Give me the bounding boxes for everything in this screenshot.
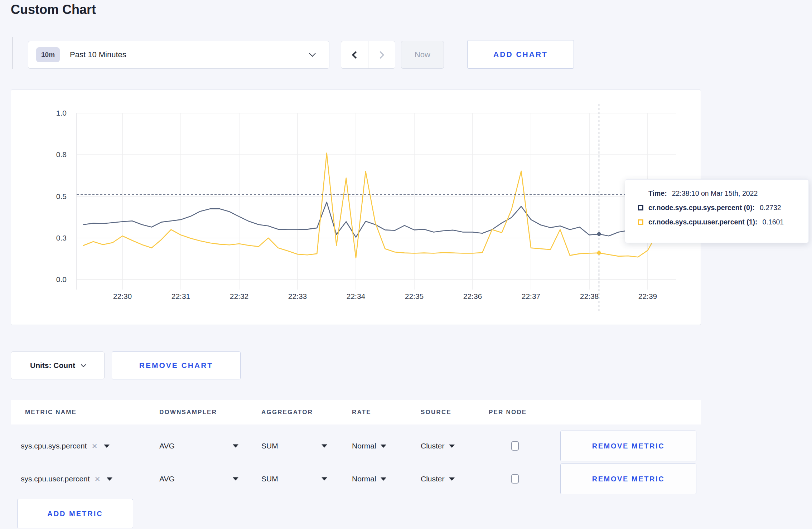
dropdown-arrow-icon: [381, 477, 386, 481]
metric-name-select[interactable]: sys.cpu.sys.percent ×: [21, 441, 110, 451]
custom-chart-page: Custom Chart 10m Past 10 Minutes Now ADD…: [0, 0, 812, 529]
series-line-1: [83, 153, 667, 258]
tooltip-time-row: Time: 22:38:10 on Mar 15th, 2022: [638, 189, 801, 198]
chart-panel: 1.00.80.50.30.022:3022:3122:3222:3322:34…: [11, 89, 701, 325]
now-button[interactable]: Now: [401, 41, 444, 69]
y-axis-tick-label: 0.5: [56, 192, 67, 200]
tooltip-time-value: 22:38:10 on Mar 15th, 2022: [672, 189, 758, 198]
downsampler-arrow[interactable]: [233, 477, 238, 481]
x-axis-tick-label: 22:35: [405, 292, 424, 300]
units-dropdown[interactable]: Units: Count: [11, 351, 105, 379]
hover-point-0: [597, 232, 601, 236]
column-header-aggregator: AGGREGATOR: [261, 409, 313, 416]
add-chart-button[interactable]: ADD CHART: [467, 40, 574, 69]
metric-name-select[interactable]: sys.cpu.user.percent ×: [21, 474, 112, 484]
metric-row: sys.cpu.sys.percent × AVG SUM Normal Clu…: [11, 429, 701, 462]
hover-point-1: [597, 251, 601, 255]
aggregator-select[interactable]: SUM: [261, 442, 278, 450]
user-series-swatch-icon: [638, 219, 643, 225]
column-header-downsampler: DOWNSAMPLER: [159, 409, 217, 416]
rate-select[interactable]: Normal: [352, 442, 386, 450]
downsampler-select[interactable]: AVG: [159, 442, 175, 450]
series-line-0: [83, 202, 667, 237]
source-select[interactable]: Cluster: [421, 475, 455, 483]
dropdown-arrow-icon[interactable]: [104, 445, 110, 448]
rate-select[interactable]: Normal: [352, 475, 386, 483]
dropdown-arrow-icon[interactable]: [107, 477, 112, 481]
tooltip-series-value: 0.1601: [763, 218, 784, 226]
time-range-label: Past 10 Minutes: [70, 50, 126, 59]
x-axis-tick-label: 22:32: [230, 292, 249, 300]
dropdown-arrow-icon: [449, 445, 455, 448]
x-axis-tick-label: 22:31: [171, 292, 190, 300]
chevron-right-icon: [377, 51, 384, 58]
x-axis-tick-label: 22:34: [347, 292, 366, 300]
column-header-rate: RATE: [352, 409, 371, 416]
dropdown-arrow-icon: [381, 445, 386, 448]
chevron-down-icon: [309, 50, 315, 57]
per-node-checkbox[interactable]: [511, 474, 519, 484]
add-metric-button[interactable]: ADD METRIC: [17, 499, 133, 528]
x-axis-tick-label: 22:39: [638, 292, 657, 300]
downsampler-arrow[interactable]: [233, 445, 238, 448]
time-nav-group: [341, 41, 395, 69]
tooltip-series-row: cr.node.sys.cpu.user.percent (1): 0.1601: [638, 218, 801, 226]
remove-metric-button[interactable]: REMOVE METRIC: [560, 464, 696, 494]
downsampler-select[interactable]: AVG: [159, 475, 175, 483]
metrics-chart-svg[interactable]: 1.00.80.50.30.022:3022:3122:3222:3322:34…: [11, 90, 701, 325]
page-title: Custom Chart: [11, 2, 96, 17]
next-time-button[interactable]: [368, 41, 395, 68]
tooltip-series-row: cr.node.sys.cpu.sys.percent (0): 0.2732: [638, 204, 801, 212]
aggregator-select[interactable]: SUM: [261, 475, 278, 483]
dropdown-arrow-icon: [449, 477, 455, 481]
per-node-checkbox[interactable]: [511, 441, 519, 451]
tooltip-series-name: cr.node.sys.cpu.user.percent (1):: [648, 218, 758, 226]
remove-metric-button[interactable]: REMOVE METRIC: [560, 431, 696, 461]
x-axis-tick-label: 22:38: [580, 292, 599, 300]
sys-series-swatch-icon: [638, 205, 643, 210]
metric-row: sys.cpu.user.percent × AVG SUM Normal Cl…: [11, 462, 701, 495]
y-axis-tick-label: 0.3: [56, 234, 67, 242]
aggregator-arrow[interactable]: [322, 445, 327, 448]
tooltip-time-label: Time:: [648, 189, 667, 198]
x-axis-tick-label: 22:37: [522, 292, 541, 300]
chevron-left-icon: [352, 51, 359, 58]
dropdown-arrow-icon: [322, 477, 327, 481]
metrics-table-header: METRIC NAME DOWNSAMPLER AGGREGATOR RATE …: [11, 400, 701, 424]
tooltip-series-name: cr.node.sys.cpu.sys.percent (0):: [648, 204, 755, 212]
y-axis-tick-label: 0.8: [56, 150, 67, 159]
tooltip-series-value: 0.2732: [760, 204, 781, 212]
prev-time-button[interactable]: [341, 41, 368, 68]
column-header-per-node: PER NODE: [489, 409, 527, 416]
clear-metric-icon[interactable]: ×: [95, 474, 100, 484]
chevron-down-icon: [81, 362, 86, 367]
toolbar-divider: [13, 37, 13, 69]
x-axis-tick-label: 22:36: [463, 292, 482, 300]
chart-tooltip: Time: 22:38:10 on Mar 15th, 2022 cr.node…: [625, 179, 809, 243]
column-header-source: SOURCE: [421, 409, 451, 416]
time-range-dropdown[interactable]: 10m Past 10 Minutes: [28, 41, 329, 69]
y-axis-tick-label: 0.0: [56, 275, 67, 283]
dropdown-arrow-icon: [322, 445, 327, 448]
units-label: Units: Count: [30, 361, 75, 370]
source-select[interactable]: Cluster: [421, 442, 455, 450]
dropdown-arrow-icon: [233, 477, 238, 481]
column-header-metric-name: METRIC NAME: [25, 409, 77, 416]
x-axis-tick-label: 22:30: [113, 292, 132, 300]
clear-metric-icon[interactable]: ×: [92, 441, 97, 451]
time-range-badge: 10m: [36, 47, 60, 62]
dropdown-arrow-icon: [233, 445, 238, 448]
remove-chart-button[interactable]: REMOVE CHART: [112, 351, 241, 379]
aggregator-arrow[interactable]: [322, 477, 327, 481]
y-axis-tick-label: 1.0: [56, 109, 67, 117]
x-axis-tick-label: 22:33: [288, 292, 307, 300]
